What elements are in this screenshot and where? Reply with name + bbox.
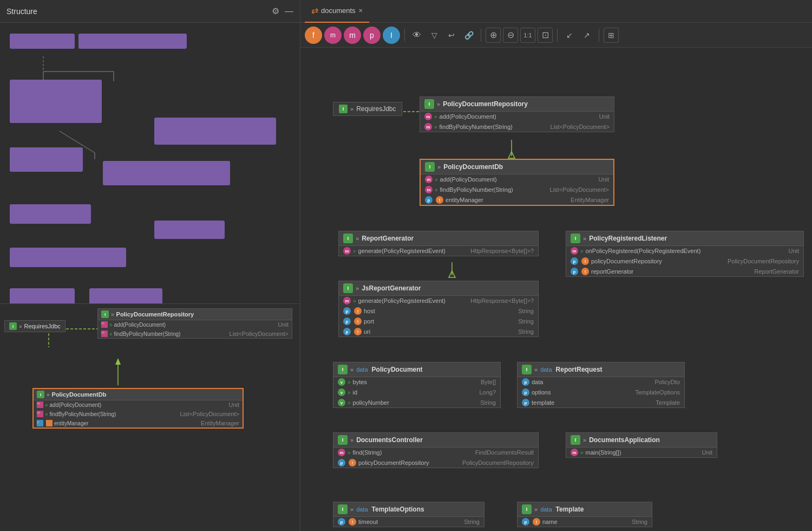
grid-btn[interactable]: ⊞ [604, 28, 619, 43]
mini-node-1[interactable] [10, 34, 75, 49]
mini-node-10[interactable] [10, 288, 75, 303]
rr-row2-name: options [532, 389, 551, 396]
dc-row2-type: PolicyDocumentRepository [462, 459, 534, 466]
db-row3-icon-excl: ! [436, 196, 443, 204]
db-row1-icon: m [425, 176, 433, 183]
pd-row1-type: Byte[] [481, 379, 496, 385]
settings-icon[interactable]: ⚙ [272, 6, 279, 16]
requires-jdbc-top[interactable]: I » RequiresJdbc [333, 102, 402, 116]
layout-left-btn[interactable]: ↙ [562, 28, 577, 43]
js-gen-row2-type: String [518, 308, 534, 314]
filter-btn[interactable]: ▽ [427, 28, 442, 43]
repo-row1-icon: m [424, 113, 432, 120]
js-report-generator-node[interactable]: I » JsReportGenerator m » generate(Polic… [338, 281, 539, 337]
filter-f-btn[interactable]: f [305, 27, 322, 44]
js-gen-row4-name: uri [364, 328, 370, 335]
report-gen-row1: m » generate(PolicyRegisteredEvent) Http… [339, 246, 538, 256]
link-btn[interactable]: 🔗 [461, 28, 476, 43]
mini-node-5[interactable] [10, 147, 83, 172]
left-bottom-diagram: I » RequiresJdbc I » PolicyDocumentRepos… [0, 303, 300, 531]
report-request-node[interactable]: I » data ReportRequest p data PolicyDto … [517, 362, 685, 408]
zoom-out-btn[interactable]: ⊖ [503, 28, 518, 43]
toolbar: f m m p I 👁 ▽ ↩ 🔗 ⊕ ⊖ 1:1 ⊡ ↙ ↗ ⊞ [300, 23, 812, 48]
fit-btn[interactable]: ⊡ [538, 28, 553, 43]
lb-repo-title: PolicyDocumentRepository [116, 311, 194, 318]
policy-document-node[interactable]: I » data PolicyDocument v » bytes Byte[]… [333, 362, 501, 408]
policy-doc-repo-node[interactable]: I » PolicyDocumentRepository m » add(Pol… [420, 96, 614, 132]
minimize-icon[interactable]: — [285, 7, 293, 16]
eye-btn[interactable]: 👁 [409, 28, 424, 43]
mini-node-3[interactable] [10, 80, 102, 123]
report-gen-header: I » ReportGenerator [339, 231, 538, 246]
tmpl-row1-type: String [632, 519, 647, 525]
rr-row1-name: data [532, 379, 543, 385]
rr-row2-type: TemplateOptions [635, 389, 680, 396]
zoom-reset-btn[interactable]: 1:1 [520, 28, 535, 43]
docs-ctrl-header: I » DocumentsController [333, 433, 538, 448]
report-gen-row1-type: HttpResponse<Byte[]>? [470, 248, 534, 254]
prl-row2: p ! policyDocumentRepository PolicyDocum… [566, 256, 803, 267]
lb-repo-row1: m » add(PolicyDocument) Unit [98, 320, 292, 329]
filter-p-btn[interactable]: p [363, 27, 381, 44]
layout-right-btn[interactable]: ↗ [579, 28, 594, 43]
undo-btn[interactable]: ↩ [444, 28, 459, 43]
lb-policy-doc-repo[interactable]: I » PolicyDocumentRepository m » add(Pol… [97, 308, 292, 339]
prl-row1-name: onPolicyRegistered(PolicyRegisteredEvent… [586, 248, 701, 254]
template-options-node[interactable]: I » data TemplateOptions p ! timeout Str… [333, 502, 484, 527]
prl-row3-icon-p: p [571, 268, 578, 275]
lb-db-title: PolicyDocumentDb [52, 391, 107, 398]
mini-node-9[interactable] [10, 248, 126, 267]
pd-row2-type: Long? [479, 389, 496, 396]
lb-repo-row1-name: add(PolicyDocument) [114, 322, 166, 328]
tmpl-opts-title: TemplateOptions [372, 506, 424, 513]
report-generator-node[interactable]: I » ReportGenerator m » generate(PolicyR… [338, 231, 539, 256]
mini-node-4[interactable] [154, 118, 276, 145]
policy-doc-db-title: PolicyDocumentDb [443, 163, 503, 171]
documents-tab[interactable]: ⇄ documents ✕ [305, 0, 369, 23]
docs-ctrl-badge: I [338, 435, 348, 445]
pd-row3-name: policyNumber [353, 399, 389, 406]
tab-close-btn[interactable]: ✕ [358, 8, 363, 14]
policy-reg-listener-header: I » PolicyRegisteredListener [566, 231, 803, 246]
lb-repo-row2-type: List<PolicyDocument> [230, 331, 289, 337]
zoom-in-btn[interactable]: ⊕ [486, 28, 501, 43]
policy-doc-header: I » data PolicyDocument [333, 362, 500, 377]
policy-reg-listener-title: PolicyRegisteredListener [589, 235, 667, 242]
pd-row2-icon: v [338, 388, 345, 396]
js-gen-row4: p ! uri String [339, 327, 538, 336]
mini-node-8[interactable] [154, 221, 225, 239]
filter-i-btn[interactable]: I [383, 27, 400, 44]
js-gen-row2-icon-excl: ! [354, 307, 362, 315]
lb-repo-row1-type: Unit [278, 321, 289, 328]
policy-doc-repo-title: PolicyDocumentRepository [443, 100, 528, 108]
lb-requires-jdbc[interactable]: I » RequiresJdbc [4, 320, 66, 332]
js-gen-row4-icon-excl: ! [354, 328, 362, 335]
policy-doc-badge: I [338, 365, 348, 374]
js-gen-row4-icon-p: p [343, 328, 351, 335]
lb-db-row3-name: entityManager [54, 420, 88, 426]
lb-db-row1: m » add(PolicyDocument) Unit [34, 400, 243, 410]
report-gen-badge: I [343, 234, 353, 243]
filter-mq-btn[interactable]: m [324, 27, 342, 44]
documents-controller-node[interactable]: I » DocumentsController m » find(String)… [333, 432, 539, 468]
policy-doc-db-node[interactable]: I » PolicyDocumentDb m » add(PolicyDocum… [420, 159, 614, 206]
to-row1-type: String [464, 519, 480, 525]
documents-app-node[interactable]: I » DocumentsApplication m » main(String… [566, 432, 717, 458]
lb-policy-doc-db[interactable]: I » PolicyDocumentDb m » add(PolicyDocum… [32, 388, 244, 429]
policy-doc-repo-row1: m » add(PolicyDocument) Unit [420, 112, 614, 122]
policy-registered-listener-node[interactable]: I » PolicyRegisteredListener m » onPolic… [566, 231, 804, 277]
mini-node-11[interactable] [89, 288, 162, 303]
policy-doc-repo-badge: I [424, 99, 434, 109]
diagram-area[interactable]: I » RequiresJdbc I » PolicyDocumentRepos… [300, 48, 812, 531]
lb-db-row2-icon: m [37, 411, 43, 417]
db-row3: p ! entityManager EntityManager [421, 195, 613, 205]
mini-node-7[interactable] [10, 204, 91, 224]
repo-row2-name: findByPolicyNumber(String) [440, 124, 513, 130]
template-node[interactable]: I » data Template p ! name String [517, 502, 652, 527]
prl-row2-type: PolicyDocumentRepository [728, 258, 799, 264]
mini-node-6[interactable] [103, 161, 230, 185]
report-gen-row1-icon: m [343, 247, 351, 255]
mini-node-2[interactable] [78, 34, 187, 49]
filter-m-btn[interactable]: m [344, 27, 361, 44]
prl-row3: p ! reportGenerator ReportGenerator [566, 267, 803, 276]
